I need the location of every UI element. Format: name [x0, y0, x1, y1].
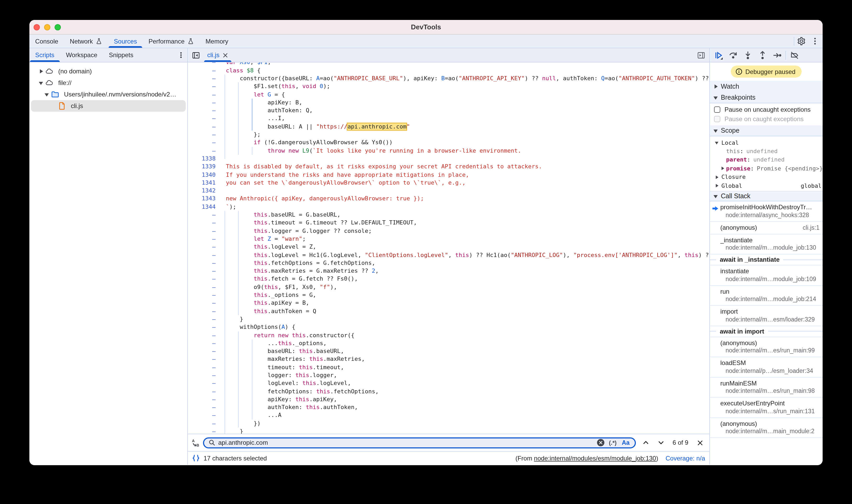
code-line[interactable]: 1340If you understand the risks and have… — [188, 171, 709, 179]
line-number[interactable]: – — [188, 62, 220, 66]
code-line[interactable]: –var Xs0, $F1; — [188, 62, 709, 66]
line-number[interactable]: – — [188, 114, 220, 123]
navigator-tab-scripts[interactable]: Scripts — [29, 48, 60, 62]
line-number[interactable]: – — [188, 283, 220, 291]
line-number[interactable]: 1343 — [188, 195, 220, 203]
scope-row-global[interactable]: Globalglobal — [710, 181, 823, 190]
tab-memory[interactable]: Memory — [200, 35, 234, 48]
scope-row-parent[interactable]: parent:undefined — [710, 156, 823, 164]
code-line[interactable]: – ...I, — [188, 114, 709, 123]
tree-item-file-[interactable]: file:// — [31, 77, 186, 89]
line-number[interactable]: – — [188, 428, 220, 434]
code-line[interactable]: – throw new L9(`It looks like you're run… — [188, 147, 709, 155]
chevron-down-icon[interactable] — [45, 92, 49, 96]
code-line[interactable]: – this.logLevel = Hc1(G.logLevel, "Clien… — [188, 251, 709, 259]
line-number[interactable]: – — [188, 98, 220, 107]
code-line[interactable]: – this.baseURL = G.baseURL, — [188, 211, 709, 219]
tab-performance[interactable]: Performance — [143, 35, 200, 48]
call-stack-frame[interactable]: (anonymous)cli.js:1 — [710, 222, 823, 234]
next-match-icon[interactable] — [655, 436, 667, 449]
code-line[interactable]: – this.fetch = G.fetch ?? Fs0(), — [188, 275, 709, 283]
pretty-print-icon[interactable] — [192, 454, 200, 462]
line-number[interactable]: – — [188, 83, 220, 91]
breakpoints-section-header[interactable]: Breakpoints — [710, 92, 823, 103]
line-number[interactable]: – — [188, 90, 220, 98]
step-out-icon[interactable] — [755, 48, 770, 62]
line-number[interactable]: – — [188, 347, 220, 355]
code-line[interactable]: – constructor({baseURL: A=ao("ANTHROPIC_… — [188, 74, 709, 83]
line-number[interactable]: – — [188, 235, 220, 243]
line-number[interactable]: – — [188, 379, 220, 388]
tree-item--no-domain-[interactable]: (no domain) — [31, 66, 186, 77]
code-line[interactable]: – maxRetries: this.maxRetries, — [188, 355, 709, 363]
code-line[interactable]: – logLevel: this.logLevel, — [188, 379, 709, 388]
line-number[interactable]: – — [188, 411, 220, 419]
code-line[interactable]: – let Z = "warn"; — [188, 235, 709, 243]
code-line[interactable]: – this.maxRetries = G.maxRetries ?? 2, — [188, 267, 709, 275]
line-number[interactable]: 1341 — [188, 179, 220, 187]
checkbox[interactable] — [714, 116, 720, 122]
code-line[interactable]: – this.apiKey = B, — [188, 299, 709, 307]
source-origin-link[interactable]: node:internal/modules/esm/module_job:130 — [534, 454, 656, 462]
line-number[interactable]: 1342 — [188, 187, 220, 195]
line-number[interactable]: – — [188, 147, 220, 155]
code-line[interactable]: 1339This is disabled by default, as it r… — [188, 163, 709, 171]
call-stack-frame[interactable]: _instantiatenode:internal/m…module_job:1… — [710, 234, 823, 255]
code-line[interactable]: –class $8 { — [188, 66, 709, 74]
scope-row-closure[interactable]: Closure — [710, 173, 823, 181]
call-stack-frame[interactable]: (anonymous)node:internal/m…es/run_main:9… — [710, 337, 823, 357]
line-number[interactable]: – — [188, 219, 220, 227]
settings-gear-icon[interactable] — [794, 35, 808, 48]
tree-item-cli-js[interactable]: cli.js — [31, 100, 186, 112]
scope-row-this[interactable]: this:undefined — [710, 147, 823, 156]
code-line[interactable]: 1338 — [188, 155, 709, 163]
code-line[interactable]: 1343new Anthropic({ apiKey, dangerouslyA… — [188, 195, 709, 203]
code-line[interactable]: 1342 — [188, 187, 709, 195]
code-editor[interactable]: –var Xs0, $F1;–class $8 {– constructor({… — [188, 62, 709, 434]
code-line[interactable]: – authToken: Q, — [188, 106, 709, 114]
call-stack-frame[interactable]: promiseInitHookWithDestroyTr…node:intern… — [710, 202, 823, 222]
code-line[interactable]: – if (!G.dangerouslyAllowBrowser && Ys0(… — [188, 139, 709, 147]
step-over-icon[interactable] — [726, 48, 740, 62]
code-line[interactable]: – ...this._options, — [188, 339, 709, 347]
navigator-tab-snippets[interactable]: Snippets — [103, 48, 139, 62]
line-number[interactable]: – — [188, 323, 220, 331]
line-number[interactable]: – — [188, 339, 220, 347]
tab-console[interactable]: Console — [29, 35, 64, 48]
coverage-link[interactable]: Coverage: n/a — [665, 454, 705, 462]
scope-row-promise[interactable]: promise:Promise {<pending>} — [710, 164, 823, 173]
code-line[interactable]: – baseURL: this.baseURL, — [188, 347, 709, 355]
call-stack-frame[interactable]: executeUserEntryPointnode:internal/m…s/r… — [710, 398, 823, 418]
code-line[interactable]: 1341you can set the \`dangerouslyAllowBr… — [188, 179, 709, 187]
call-stack-frame[interactable]: runMainESMnode:internal/m…es/run_main:98 — [710, 378, 823, 398]
code-line[interactable]: – apiKey: this.apiKey, — [188, 395, 709, 403]
code-line[interactable]: – this._options = G, — [188, 291, 709, 299]
line-number[interactable]: – — [188, 355, 220, 363]
code-line[interactable]: – withOptions(A) { — [188, 323, 709, 331]
code-line[interactable]: – let G = { — [188, 90, 709, 98]
code-line[interactable]: – this.authToken = Q — [188, 307, 709, 315]
line-number[interactable]: 1339 — [188, 163, 220, 171]
code-line[interactable]: – fetchOptions: this.fetchOptions, — [188, 387, 709, 395]
line-number[interactable]: – — [188, 123, 220, 131]
chevron-right-icon[interactable] — [715, 176, 718, 179]
collapse-navigator-icon[interactable] — [189, 48, 202, 62]
call-stack-frame[interactable]: instantiatenode:internal/m…module_job:10… — [710, 266, 823, 286]
chevron-right-icon[interactable] — [721, 167, 724, 170]
line-number[interactable]: – — [188, 299, 220, 307]
replace-toggle-icon[interactable]: AB — [192, 438, 200, 447]
code-line[interactable]: 1344`); — [188, 203, 709, 211]
close-find-bar-icon[interactable] — [694, 436, 706, 449]
code-line[interactable]: – this.logLevel = Z, — [188, 243, 709, 251]
step-into-icon[interactable] — [740, 48, 755, 62]
match-case-toggle[interactable]: Aa — [622, 439, 629, 446]
chevron-right-icon[interactable] — [39, 69, 43, 73]
code-line[interactable]: – } — [188, 315, 709, 323]
line-number[interactable]: – — [188, 315, 220, 323]
line-number[interactable]: – — [188, 419, 220, 428]
chevron-right-icon[interactable] — [715, 184, 718, 187]
code-line[interactable]: – }; — [188, 131, 709, 139]
code-line[interactable]: – apiKey: B, — [188, 98, 709, 107]
line-number[interactable]: – — [188, 403, 220, 411]
line-number[interactable]: – — [188, 211, 220, 219]
